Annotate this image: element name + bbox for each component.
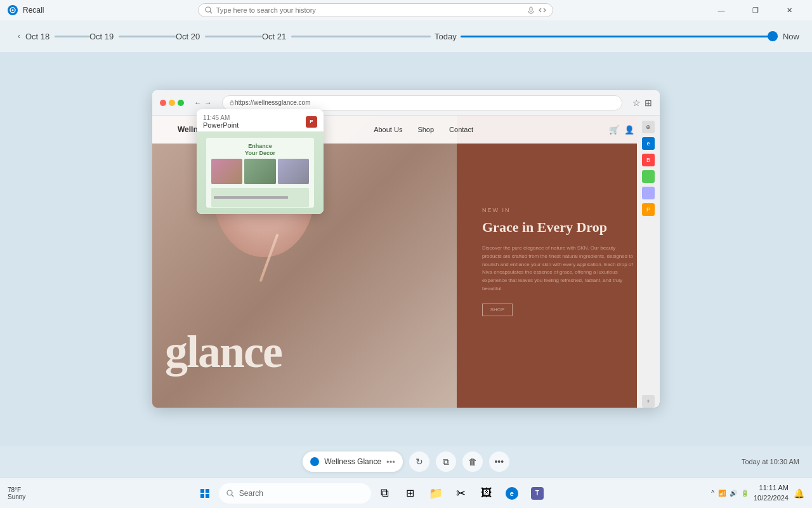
nav-about[interactable]: About Us (374, 126, 402, 133)
title-bar-controls: — ❐ ✕ (707, 0, 804, 20)
svg-point-2 (206, 7, 211, 12)
lock-icon (229, 100, 235, 105)
cart-icon[interactable]: 🛒 (609, 125, 619, 135)
title-bar-left: Recall (8, 5, 44, 15)
svg-rect-10 (206, 494, 209, 498)
teams-icon[interactable]: T (526, 482, 549, 505)
taskbar-center: Search ⧉ ⊞ 📁 ✂ 🖼 e T (193, 482, 549, 505)
more-button[interactable]: ••• (489, 451, 509, 472)
minimize-button[interactable]: — (707, 0, 736, 20)
preview-img-1 (211, 159, 242, 184)
timeline-date-oct21[interactable]: Oct 21 (262, 32, 431, 41)
sidebar-orange-icon[interactable]: P (642, 203, 655, 216)
refresh-button[interactable]: ↻ (409, 451, 429, 472)
recall-icon (8, 5, 18, 15)
preview-text-lines (211, 188, 309, 207)
snipping-tool-icon[interactable]: ✂ (450, 482, 473, 505)
browser-forward-button[interactable]: → (204, 98, 212, 107)
gallery-icon[interactable]: 🖼 (475, 482, 498, 505)
powerpoint-icon: P (306, 116, 317, 128)
restore-button[interactable]: ❐ (741, 0, 770, 20)
preview-img-2 (244, 159, 275, 184)
preview-content: EnhanceYour Decor (197, 131, 324, 214)
taskbar-left: 78°F Sunny (8, 486, 30, 500)
delete-button[interactable]: 🗑 (462, 451, 483, 472)
timeline-thumb[interactable] (768, 31, 778, 41)
today-label: Today (435, 32, 457, 41)
close-button[interactable]: ✕ (775, 0, 804, 20)
browser-max-btn (178, 100, 184, 106)
sidebar-bing-icon[interactable]: B (642, 154, 655, 166)
active-tab-pill[interactable]: Wellness Glance ••• (303, 451, 402, 472)
edge-favicon (310, 457, 319, 466)
tab-more-icon[interactable]: ••• (386, 457, 395, 467)
taskbar-search[interactable]: Search (219, 483, 371, 504)
browser-actions: ☆ ⊞ (632, 98, 652, 108)
timeline-area: ‹ Oct 18 Oct 19 Oct 20 Oct 21 Today Now (0, 20, 812, 52)
start-button[interactable] (193, 482, 216, 505)
task-view-button[interactable]: ⧉ (374, 482, 396, 505)
search-icon (205, 6, 213, 14)
today-track[interactable] (461, 36, 778, 37)
title-bar: Recall — ❐ ✕ (0, 0, 812, 20)
browser-url-bar[interactable]: https://wellnessglance.com (222, 95, 622, 110)
clock[interactable]: 11:11 AM 10/22/2024 (754, 483, 789, 503)
sidebar-edge-icon[interactable]: e (642, 137, 655, 150)
taskbar-search-placeholder: Search (239, 489, 263, 498)
date-track-oct21 (291, 36, 431, 37)
weather-widget[interactable]: 78°F Sunny (8, 486, 25, 500)
nav-contact[interactable]: Contact (449, 126, 473, 133)
notification-center[interactable]: 🔔 (794, 488, 804, 498)
timeline-date-oct19[interactable]: Oct 19 (89, 32, 176, 41)
url-text: https://wellnessglance.com (235, 99, 311, 106)
tooltip-app: PowerPoint (203, 121, 239, 129)
nav-shop[interactable]: Shop (417, 126, 434, 133)
mic-icon (527, 6, 535, 14)
search-bar[interactable] (198, 3, 553, 17)
browser-back-button[interactable]: ← (194, 98, 202, 107)
tooltip-header: 11:45 AM PowerPoint P (197, 109, 324, 131)
date-track-oct20 (205, 36, 262, 37)
windows-logo (200, 488, 210, 498)
browser-close-btn (160, 100, 166, 106)
sidebar-extensions-icon[interactable]: ⊕ (642, 121, 655, 133)
preview-slide: EnhanceYour Decor (206, 138, 314, 208)
sound-icon[interactable]: 🔊 (730, 490, 737, 497)
bottom-bar: Wellness Glance ••• ↻ ⧉ 🗑 ••• Today at 1… (0, 446, 812, 478)
product-desc: Discover the pure elegance of nature wit… (482, 244, 634, 293)
weather-temp: 78°F (8, 486, 25, 493)
back-nav[interactable]: ‹ (13, 30, 25, 43)
browser-tab-icon[interactable]: ⊞ (645, 98, 652, 108)
svg-rect-4 (530, 7, 532, 11)
user-icon[interactable]: 👤 (624, 125, 634, 135)
product-title: Grace in Every Drop (482, 218, 634, 237)
timeline-date-oct20[interactable]: Oct 20 (176, 32, 262, 41)
browser-sidebar: ⊕ e B P + (637, 116, 660, 408)
svg-rect-7 (200, 489, 204, 493)
svg-line-12 (232, 495, 233, 497)
battery-icon[interactable]: 🔋 (741, 490, 749, 497)
history-search-input[interactable] (216, 6, 523, 14)
edge-taskbar-icon[interactable]: e (501, 482, 523, 505)
tray-chevron[interactable]: ^ (711, 490, 714, 497)
sidebar-add-icon[interactable]: + (642, 395, 655, 408)
new-in-badge: NEW IN (482, 207, 634, 213)
timeline-dates: Oct 18 Oct 19 Oct 20 Oct 21 Today Now (25, 32, 799, 41)
network-icon[interactable]: 📶 (718, 490, 726, 497)
preview-slide-title: EnhanceYour Decor (211, 143, 309, 157)
wellness-nav-links: About Us Shop Contact (374, 126, 473, 133)
widgets-button[interactable]: ⊞ (399, 482, 422, 505)
tooltip-popup[interactable]: 11:45 AM PowerPoint P EnhanceYour Decor (197, 109, 324, 214)
sidebar-green-icon[interactable] (642, 170, 655, 183)
copy-button[interactable]: ⧉ (436, 451, 456, 472)
shop-button[interactable]: SHOP (482, 304, 513, 316)
date-track-oct19 (119, 36, 176, 37)
sidebar-blue-icon[interactable] (642, 187, 655, 199)
svg-point-1 (12, 10, 14, 11)
browser-star-icon[interactable]: ☆ (632, 98, 641, 108)
tooltip-preview: EnhanceYour Decor (197, 131, 324, 214)
clock-date: 10/22/2024 (754, 493, 789, 503)
timeline-date-oct18[interactable]: Oct 18 (25, 32, 89, 41)
svg-point-11 (227, 490, 232, 495)
file-explorer-icon[interactable]: 📁 (424, 482, 447, 505)
